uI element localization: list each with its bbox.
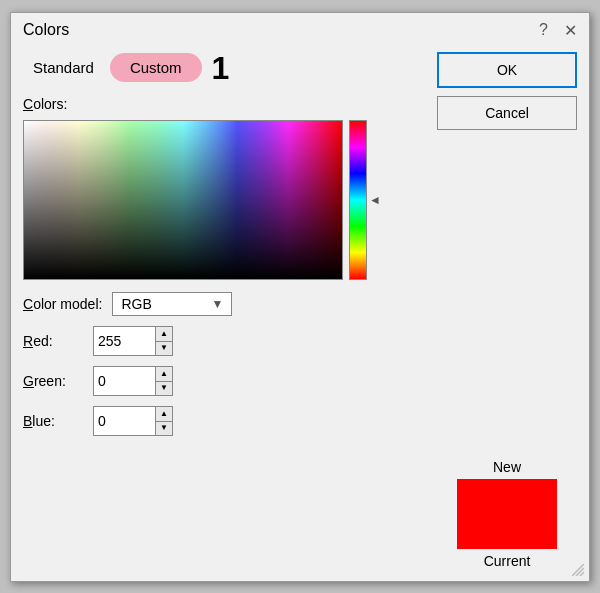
- green-input[interactable]: [94, 367, 155, 395]
- tab-custom[interactable]: Custom: [110, 53, 202, 82]
- color-preview-section: New Current: [437, 459, 577, 569]
- dialog-body: Standard Custom 1 Colors: ◄: [11, 44, 589, 581]
- red-row: Red: ▲ ▼: [23, 326, 421, 356]
- tab-number: 1: [212, 52, 230, 84]
- colors-dialog: Colors ? ✕ Standard Custom 1 Colors:: [10, 12, 590, 582]
- ok-button[interactable]: OK: [437, 52, 577, 88]
- color-model-dropdown-icon: ▼: [212, 297, 224, 311]
- red-label: Red:: [23, 333, 83, 349]
- help-button[interactable]: ?: [539, 21, 548, 39]
- red-up-button[interactable]: ▲: [156, 327, 172, 341]
- tab-bar: Standard Custom 1: [23, 52, 421, 84]
- colors-label-rest: olors:: [33, 96, 67, 112]
- svg-line-1: [576, 568, 584, 576]
- color-model-select[interactable]: RGB ▼: [112, 292, 232, 316]
- color-model-row: Color model: RGB ▼: [23, 292, 421, 316]
- cancel-button[interactable]: Cancel: [437, 96, 577, 130]
- title-bar: Colors ? ✕: [11, 13, 589, 44]
- color-gradient-canvas[interactable]: [23, 120, 343, 280]
- dialog-title: Colors: [23, 21, 69, 39]
- colors-section-label: Colors:: [23, 96, 421, 112]
- left-panel: Standard Custom 1 Colors: ◄: [23, 52, 421, 569]
- color-model-value: RGB: [121, 296, 151, 312]
- resize-grip[interactable]: [572, 564, 584, 576]
- green-up-button[interactable]: ▲: [156, 367, 172, 381]
- blue-input[interactable]: [94, 407, 155, 435]
- green-down-button[interactable]: ▼: [156, 381, 172, 395]
- new-label: New: [493, 459, 521, 475]
- tab-standard[interactable]: Standard: [23, 53, 104, 82]
- hue-arrow: ◄: [369, 193, 381, 207]
- color-hue-strip[interactable]: [349, 120, 367, 280]
- blue-down-button[interactable]: ▼: [156, 421, 172, 435]
- close-button[interactable]: ✕: [564, 21, 577, 40]
- red-spinbox[interactable]: ▲ ▼: [93, 326, 173, 356]
- green-spinner-buttons: ▲ ▼: [155, 367, 172, 395]
- color-picker-area: ◄: [23, 120, 421, 280]
- right-panel: OK Cancel New Current: [437, 52, 577, 569]
- blue-spinner-buttons: ▲ ▼: [155, 407, 172, 435]
- new-color-box: [457, 479, 557, 549]
- green-label: Green:: [23, 373, 83, 389]
- colors-label: C: [23, 96, 33, 112]
- green-spinbox[interactable]: ▲ ▼: [93, 366, 173, 396]
- blue-label: Blue:: [23, 413, 83, 429]
- green-row: Green: ▲ ▼: [23, 366, 421, 396]
- red-down-button[interactable]: ▼: [156, 341, 172, 355]
- title-bar-controls: ? ✕: [539, 21, 577, 40]
- current-label: Current: [484, 553, 531, 569]
- color-model-label: Color model:: [23, 296, 102, 312]
- blue-spinbox[interactable]: ▲ ▼: [93, 406, 173, 436]
- red-input[interactable]: [94, 327, 155, 355]
- blue-up-button[interactable]: ▲: [156, 407, 172, 421]
- color-strip-container: ◄: [349, 120, 381, 280]
- svg-line-2: [580, 572, 584, 576]
- red-spinner-buttons: ▲ ▼: [155, 327, 172, 355]
- blue-row: Blue: ▲ ▼: [23, 406, 421, 436]
